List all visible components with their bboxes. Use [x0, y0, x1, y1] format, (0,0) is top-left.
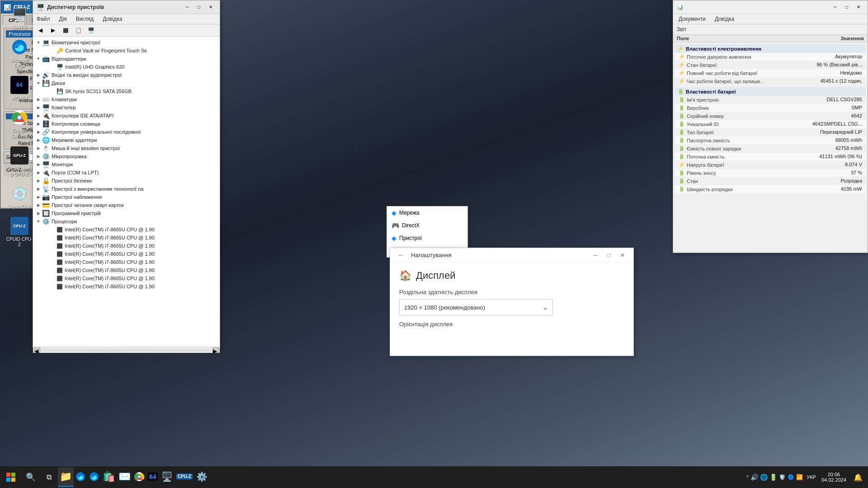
expand-disks[interactable]: ▼: [35, 80, 42, 87]
tree-audio[interactable]: ▶ 🔊 Вхідні та вихідні аудіопристрої: [33, 71, 220, 79]
battery-tray-icon[interactable]: 🔋: [769, 474, 777, 481]
settings-close-btn[interactable]: ✕: [616, 249, 629, 262]
tree-usb[interactable]: ▶ 🔗 Контролери універсальної послідовної: [33, 128, 220, 136]
tree-smartcard[interactable]: ▶ 💳 Пристрої читання смарт-карток: [33, 201, 220, 209]
speaker-icon[interactable]: 🔊: [750, 474, 758, 481]
tree-biometric[interactable]: ▼ 💻 Біометричні пристрої: [33, 38, 220, 47]
expand-monitors[interactable]: ▶: [35, 161, 42, 168]
tree-bluetooth[interactable]: ▶ 📡 Пристрої з використанням технології …: [33, 185, 220, 193]
desktop-icon-edge[interactable]: Microsoft Edge: [4, 36, 35, 70]
dm-forward-btn[interactable]: ▶: [47, 25, 58, 35]
dm-menu-view[interactable]: Вигляд: [74, 15, 95, 23]
device-manager-close-btn[interactable]: ✕: [205, 3, 216, 12]
device-manager-maximize-btn[interactable]: □: [193, 3, 204, 12]
settings-maximize-btn[interactable]: □: [603, 249, 615, 262]
tree-proximity[interactable]: ▶ 📷 Пристрої наближення: [33, 193, 220, 201]
sysinfo-menu-docs[interactable]: Документи: [677, 15, 708, 23]
settings-back-btn[interactable]: ←: [395, 249, 407, 262]
expand-biometric[interactable]: ▼: [35, 39, 42, 46]
desktop-icon-aida64[interactable]: 64 AIDA64: [4, 74, 35, 103]
tree-cpu-7[interactable]: ⬛Intel(R) Core(TM) i7-8665U CPU @ 1.90: [33, 274, 220, 282]
tree-ports[interactable]: ▶ 🔌 Порти (COM та LPT): [33, 169, 220, 177]
sysinfo-minimize-btn[interactable]: ─: [830, 3, 840, 12]
tree-cpu-5[interactable]: ⬛Intel(R) Core(TM) i7-8665U CPU @ 1.90: [33, 258, 220, 266]
tree-software-device[interactable]: ▶ 🔲 Програмний пристрій: [33, 209, 220, 217]
expand-video[interactable]: ▼: [35, 55, 42, 62]
shield-icon[interactable]: 🛡️: [779, 474, 786, 480]
tree-cpu-8[interactable]: ⬛Intel(R) Core(TM) i7-8665U CPU @ 1.90: [33, 282, 220, 291]
taskbar-app-settings[interactable]: ⚙️: [194, 467, 209, 487]
taskbar-app-cpuz[interactable]: CPU-Z: [175, 467, 195, 487]
tree-cpu-4[interactable]: ⬛Intel(R) Core(TM) i7-8665U CPU @ 1.90: [33, 250, 220, 258]
taskbar-app-chrome[interactable]: [132, 467, 146, 487]
tree-computer[interactable]: ▶ 🖥️ Комп'ютер: [33, 103, 220, 112]
desktop-icon-cpuid[interactable]: CPU-Z CPUID CPU-Z: [4, 215, 35, 249]
wifi-icon[interactable]: 📶: [796, 474, 803, 480]
expand-ports[interactable]: ▶: [35, 169, 42, 176]
bluetooth-icon[interactable]: 🔵: [788, 474, 794, 480]
taskbar-taskview-btn[interactable]: ⧉: [40, 467, 58, 487]
device-manager-minimize-btn[interactable]: ─: [182, 3, 193, 12]
sysinfo-close-btn[interactable]: ✕: [853, 3, 864, 12]
taskbar-app-mail[interactable]: ✉️: [117, 467, 132, 487]
settings-resolution-dropdown[interactable]: 868 × 488 (рекомендовано) ⌄: [399, 299, 553, 315]
sysinfo-maximize-btn[interactable]: □: [841, 3, 852, 12]
caret-icon[interactable]: ^: [747, 475, 749, 480]
taskbar-app-aida64[interactable]: 64: [146, 467, 160, 487]
tree-mouse[interactable]: ▶ 🖱️ Миша й інші вказівні пристрої: [33, 144, 220, 152]
tree-keyboard[interactable]: ▶ ⌨️ Клавіатури: [33, 95, 220, 103]
expand-storage[interactable]: ▶: [35, 120, 42, 127]
expand-network[interactable]: ▶: [35, 136, 42, 144]
notification-icon[interactable]: 🔔: [852, 473, 864, 482]
desktop-icon-chrome[interactable]: Google Chrome: [4, 107, 35, 141]
expand-software-device[interactable]: ▶: [35, 210, 42, 217]
expand-processors[interactable]: ▼: [35, 218, 42, 225]
desktop-icon-gpuz[interactable]: GPU-Z TechPowerUp GPU-Z: [4, 145, 35, 179]
tree-network[interactable]: ▶ 🌐 Мережеві адаптери: [33, 136, 220, 144]
tree-cpu-2[interactable]: ⬛Intel(R) Core(TM) i7-8665U CPU @ 1.90: [33, 234, 220, 242]
dm-menu-file[interactable]: Файл: [35, 15, 52, 23]
dm-stop-btn[interactable]: ⬛: [60, 25, 71, 35]
expand-firmware[interactable]: ▶: [35, 153, 42, 160]
start-button[interactable]: [0, 467, 22, 487]
dm-scroll-track[interactable]: [40, 348, 212, 352]
expand-ide[interactable]: ▶: [35, 112, 42, 119]
dm-menu-action[interactable]: Дія: [57, 15, 69, 23]
tree-cpu-6[interactable]: ⬛Intel(R) Core(TM) i7-8665U CPU @ 1.90: [33, 266, 220, 274]
expand-proximity[interactable]: ▶: [35, 193, 42, 201]
desktop-icon-crystaldisk[interactable]: 💿 CrystalDisk: [4, 183, 35, 211]
taskbar-app-store[interactable]: 🛍️: [101, 467, 117, 487]
explorer-item-directx[interactable]: 🎮 DirectX: [387, 219, 467, 232]
taskbar-app-edge2[interactable]: [87, 467, 101, 487]
dm-scroll-left[interactable]: ◀: [34, 347, 40, 353]
tree-skhynix[interactable]: 💾 SK hynix SC311 SATA 256GB: [33, 87, 220, 95]
dm-scrollbar[interactable]: ◀ ▶: [33, 347, 220, 353]
taskbar-app-explorer[interactable]: 📁: [58, 467, 74, 487]
tree-monitors[interactable]: ▶ 🖥️ Монітори: [33, 160, 220, 169]
taskbar-app-terminal[interactable]: 🖥️: [160, 467, 175, 487]
tree-control-vault[interactable]: 🔑 Control Vault w/ Fingerprint Touch Se: [33, 47, 220, 55]
expand-keyboard[interactable]: ▶: [35, 96, 42, 103]
dm-back-btn[interactable]: ◀: [35, 25, 46, 35]
expand-bluetooth[interactable]: ▶: [35, 185, 42, 192]
taskbar-search-btn[interactable]: 🔍: [22, 467, 40, 487]
expand-smartcard[interactable]: ▶: [35, 202, 42, 209]
tree-ide[interactable]: ▶ 🔌 Контролери IDE ATA/ATAPI: [33, 112, 220, 120]
dm-computer-btn[interactable]: 🖥️: [85, 25, 96, 35]
tree-cpu-3[interactable]: ⬛Intel(R) Core(TM) i7-8665U CPU @ 1.90: [33, 242, 220, 250]
tree-cpu-1[interactable]: ⬛Intel(R) Core(TM) i7-8665U CPU @ 1.90: [33, 225, 220, 234]
expand-audio[interactable]: ▶: [35, 71, 42, 79]
expand-computer[interactable]: ▶: [35, 104, 42, 111]
taskbar-app-edge[interactable]: [74, 467, 87, 487]
desktop-icon-this-pc[interactable]: 🖥️ Цей ПК: [4, 4, 35, 33]
expand-mouse[interactable]: ▶: [35, 145, 42, 152]
network-tray-icon[interactable]: 🌐: [760, 474, 768, 481]
tree-processors[interactable]: ▼ ⚙️ Процесори: [33, 217, 220, 225]
explorer-item-devices[interactable]: ◆ Пристрої: [387, 232, 467, 244]
expand-usb[interactable]: ▶: [35, 128, 42, 136]
tree-disks[interactable]: ▼ 💾 Диски: [33, 79, 220, 87]
settings-minimize-btn[interactable]: ─: [589, 249, 602, 262]
tree-storage[interactable]: ▶ 🗄️ Контролери сховища: [33, 120, 220, 128]
explorer-item-network[interactable]: ◆ Мережа: [387, 206, 467, 219]
dm-properties-btn[interactable]: 📋: [73, 25, 84, 35]
